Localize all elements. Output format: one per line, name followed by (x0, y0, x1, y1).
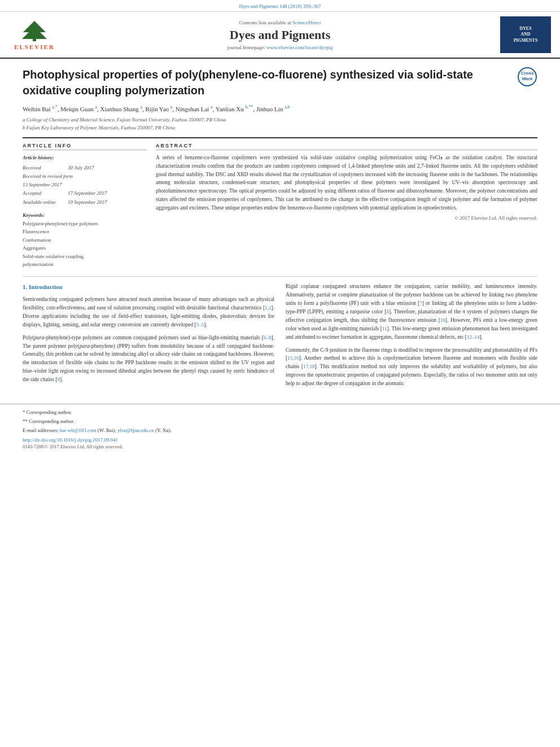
paper-title-section: Photophysical properties of poly(phenyle… (23, 67, 537, 98)
history-title: Article history: (23, 154, 147, 162)
homepage-link[interactable]: www.elsevier.com/locate/dyepig (266, 45, 333, 50)
body-col-left: 1. Introduction Semiconducting conjugate… (23, 282, 274, 392)
abstract-text: A series of benzene-co-fluorene copolyme… (156, 154, 537, 212)
abstract-col: ABSTRACT A series of benzene-co-fluorene… (156, 143, 537, 268)
doi-line[interactable]: http://dx.doi.org/10.1016/j.dyepig.2017.… (23, 437, 537, 443)
svg-text:Mark: Mark (522, 76, 533, 81)
keyword-1: Fluorescence (23, 228, 147, 235)
footnote-corresponding-1: * Corresponding author. (23, 408, 537, 417)
intro-heading: 1. Introduction (23, 282, 274, 292)
journal-name: Dyes and Pigments (60, 28, 500, 42)
cite-9[interactable]: 9 (57, 377, 60, 382)
article-info-col: ARTICLE INFO Article history: Received 3… (23, 143, 147, 268)
article-info-abstract-cols: ARTICLE INFO Article history: Received 3… (23, 137, 537, 268)
cite-17-18[interactable]: 17,18 (303, 364, 314, 369)
history-label-1: Received in revised form (23, 172, 73, 181)
keyword-4: Solid-state oxidative coupling (23, 252, 147, 260)
keyword-2: Conformation (23, 236, 147, 244)
history-value-1: 13 September 2017 (23, 181, 62, 189)
journal-logo-box: DYESANDPIGMENTS (500, 16, 551, 53)
abstract-label: ABSTRACT (156, 143, 537, 150)
copyright-line: © 2017 Elsevier Ltd. All rights reserved… (156, 215, 537, 221)
svg-marker-1 (22, 21, 47, 39)
history-row-0: Received 30 July 2017 (23, 164, 147, 172)
crossmark-container: Cross Mark (517, 67, 537, 88)
cite-10[interactable]: 10 (440, 317, 445, 323)
main-content: Photophysical properties of poly(phenyle… (0, 59, 560, 398)
section-divider (23, 276, 537, 277)
cite-15-16[interactable]: 15,16 (287, 355, 299, 361)
body-content: 1. Introduction Semiconducting conjugate… (23, 282, 537, 392)
issn-line: 0143-7208/© 2017 Elsevier Ltd. All right… (23, 444, 537, 449)
intro-para-1: Poly(para-phenylene)-type polymers are c… (23, 334, 274, 384)
keyword-0: Poly(para-phenylene)-type polymers (23, 220, 147, 228)
history-label-2: Accepted (23, 189, 68, 198)
sciencedirect-link[interactable]: ScienceDirect (292, 20, 321, 25)
journal-logo-text: DYESANDPIGMENTS (514, 26, 538, 43)
cite-7[interactable]: 7 (419, 300, 422, 306)
history-row-1: Received in revised form (23, 172, 147, 181)
intro-para-0: Semiconducting conjugated polymers have … (23, 295, 274, 329)
citation-text: Dyes and Pigments 148 (2018) 359–367 (239, 3, 321, 9)
cite-8b[interactable]: 8 (387, 309, 390, 314)
cite-3-5[interactable]: 3–5 (196, 322, 204, 327)
cite-1-2[interactable]: 1,2 (265, 305, 271, 311)
footnote-emails: E-mail addresses: bai-wb@163.com (W. Bai… (23, 426, 537, 435)
affiliation-b: b Fujian Key Laboratory of Polymer Mater… (23, 124, 537, 132)
keyword-5: polymerization (23, 260, 147, 268)
right-para-1: Commonly, the C-9 position in the fluore… (286, 346, 537, 388)
journal-homepage: journal homepage: www.elsevier.com/locat… (60, 45, 500, 50)
history-label-3: Available online (23, 198, 68, 207)
keywords-section: Keywords: Poly(para-phenylene)-type poly… (23, 212, 147, 268)
article-info-label: ARTICLE INFO (23, 143, 147, 150)
keywords-label: Keywords: (23, 212, 147, 218)
elsevier-brand: ELSEVIER (14, 43, 55, 50)
citation-bar: Dyes and Pigments 148 (2018) 359–367 (0, 0, 560, 12)
affiliations: a College of Chemistry and Material Scie… (23, 116, 537, 132)
paper-title: Photophysical properties of poly(phenyle… (23, 67, 517, 98)
affiliation-a: a College of Chemistry and Material Scie… (23, 116, 537, 124)
article-history: Article history: Received 30 July 2017 R… (23, 154, 147, 207)
right-para-0: Rigid coplanar conjugated structures enh… (286, 282, 537, 341)
elsevier-tree-icon (18, 20, 51, 42)
history-value-0: 30 July 2017 (68, 164, 94, 172)
history-row-2: Accepted 17 September 2017 (23, 189, 147, 198)
cite-11[interactable]: 11 (382, 326, 387, 331)
footnote-corresponding-2: ** Corresponding author. (23, 417, 537, 426)
email-link-1[interactable]: bai-wb@163.com (60, 427, 97, 433)
history-row-1b: 13 September 2017 (23, 181, 147, 189)
history-row-3: Available online 19 September 2017 (23, 198, 147, 207)
elsevier-logo: ELSEVIER (9, 20, 60, 50)
cite-6-8[interactable]: 6–8 (264, 335, 272, 340)
journal-center: Contents lists available at ScienceDirec… (60, 20, 500, 50)
history-value-3: 19 September 2017 (68, 198, 107, 207)
authors: Weibin Bai a,*, Meiqin Guan a, Xianhuo S… (23, 104, 537, 114)
page-footer: * Corresponding author. ** Corresponding… (0, 404, 560, 455)
keyword-3: Aggregates (23, 244, 147, 252)
history-value-2: 17 September 2017 (68, 189, 107, 198)
cite-12-14[interactable]: 12–14 (467, 334, 480, 340)
crossmark-icon: Cross Mark (517, 67, 537, 87)
history-label-0: Received (23, 164, 68, 172)
journal-header: ELSEVIER Contents lists available at Sci… (0, 12, 560, 59)
body-col-right: Rigid coplanar conjugated structures enh… (286, 282, 537, 392)
email-link-2[interactable]: ylxu@fjnu.edu.cn (117, 427, 154, 433)
svg-text:Cross: Cross (521, 71, 534, 76)
page: Dyes and Pigments 148 (2018) 359–367 ELS… (0, 0, 560, 747)
sciencedirect-line: Contents lists available at ScienceDirec… (60, 20, 500, 25)
